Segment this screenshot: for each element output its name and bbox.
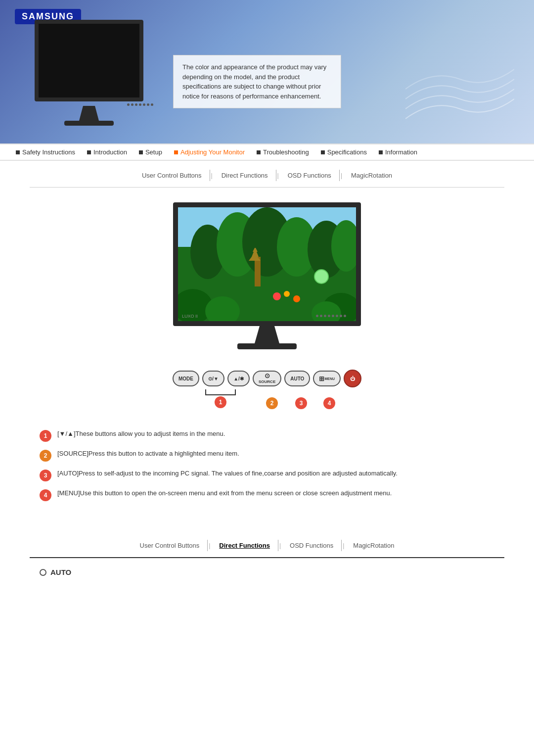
tab-direct-functions-top[interactable]: Direct Functions <box>214 170 276 181</box>
tab-magicrotation-bottom-label: MagicRotation <box>353 542 394 549</box>
indicator-2-group: 2 <box>256 389 288 409</box>
monitor-dot <box>139 103 141 106</box>
nav-bar: Safety Instructions Introduction Setup A… <box>0 143 534 161</box>
nav-bullet-specifications <box>321 150 325 154</box>
tab-separator-bottom-1: | <box>209 542 210 549</box>
tab-direct-functions-bottom[interactable]: Direct Functions <box>211 540 278 551</box>
monitor-label: LUXO II <box>182 314 198 319</box>
monitor-bottom-dots <box>316 315 346 317</box>
nav-label-adjusting: Adjusting Your Monitor <box>180 148 245 156</box>
nav-item-intro[interactable]: Introduction <box>81 148 133 156</box>
auto-button[interactable]: AUTO <box>284 371 310 386</box>
tab-user-control[interactable]: User Control Buttons <box>134 170 210 181</box>
menu-label: MENU <box>324 377 335 380</box>
big-monitor-screen: LUXO II <box>173 202 361 326</box>
tab-magicrotation-top-label: MagicRotation <box>351 172 392 179</box>
nav-bullet-troubleshooting <box>257 150 261 154</box>
desc-text-4: [MENU]Use this button to open the on-scr… <box>57 488 392 498</box>
monitor-screen <box>35 20 143 101</box>
auto-title: AUTO <box>40 568 494 576</box>
desc-item-3: 3 [AUTO]Press to self-adjust to the inco… <box>40 469 494 481</box>
nav-bullet-intro <box>87 150 91 154</box>
controls-area: MODE ⊙/▼ ▲/✱ ⊙ SOURCE AUTO ⊞ MENU ⏻ <box>173 365 361 414</box>
desc-num-3: 3 <box>40 470 51 481</box>
monitor-section: LUXO II MODE ⊙/▼ ▲/✱ <box>30 202 504 414</box>
monitor-dot <box>151 103 153 106</box>
bracket-1 <box>205 389 236 395</box>
desc-num-1: 1 <box>40 430 51 442</box>
big-monitor-base <box>237 343 297 349</box>
tab-magicrotation-top[interactable]: MagicRotation <box>343 170 400 181</box>
tab-direct-functions-bottom-label: Direct Functions <box>219 542 270 549</box>
auto-label: AUTO <box>50 568 71 576</box>
menu-button[interactable]: ⊞ MENU <box>313 371 341 386</box>
down-up-button[interactable]: ⊙/▼ <box>202 371 224 386</box>
menu-icon: ⊞ <box>319 375 324 382</box>
nav-bullet-adjusting <box>174 150 178 154</box>
num-3: 3 <box>295 397 307 409</box>
tab-separator-3: | <box>341 172 342 179</box>
tab-osd-functions-top-label: OSD Functions <box>288 172 331 179</box>
tab-separator-1: | <box>211 172 213 179</box>
desc-num-4: 4 <box>40 489 51 501</box>
desc-text-3: [AUTO]Press to self-adjust to the incomi… <box>57 469 398 478</box>
svg-point-19 <box>314 270 328 284</box>
tab-separator-bottom-3: | <box>343 542 344 549</box>
nav-bullet-information <box>379 150 383 154</box>
nav-item-setup[interactable]: Setup <box>133 148 168 156</box>
nav-item-specifications[interactable]: Specifications <box>315 148 373 156</box>
indicator-1-group: 1 <box>205 389 236 408</box>
nav-label-specifications: Specifications <box>327 148 367 156</box>
monitor-dots <box>127 103 153 106</box>
nav-bullet-safety <box>16 150 20 154</box>
control-buttons-row: MODE ⊙/▼ ▲/✱ ⊙ SOURCE AUTO ⊞ MENU ⏻ <box>173 370 361 387</box>
nav-item-troubleshooting[interactable]: Troubleshooting <box>251 148 315 156</box>
monitor-dot <box>127 103 130 106</box>
auto-icon <box>40 569 46 576</box>
svg-point-16 <box>273 292 281 300</box>
svg-point-17 <box>284 291 290 297</box>
nav-item-adjusting[interactable]: Adjusting Your Monitor <box>168 148 251 156</box>
desc-text-2: [SOURCE]Press this button to activate a … <box>57 449 239 459</box>
mode-button[interactable]: MODE <box>173 371 199 386</box>
desc-item-1: 1 [▼/▲]These buttons allow you to adjust… <box>40 429 494 442</box>
banner-disclaimer: The color and appearance of the product … <box>173 55 341 108</box>
main-content: LUXO II MODE ⊙/▼ ▲/✱ <box>0 188 534 521</box>
garden-scene <box>178 207 356 321</box>
source-label: SOURCE <box>259 380 275 384</box>
number-indicators: 1 2 3 4 <box>183 389 351 414</box>
svg-rect-8 <box>255 257 261 286</box>
tab-separator-2: | <box>277 172 279 179</box>
svg-point-18 <box>293 295 300 302</box>
indicator-3-group: 3 <box>285 389 317 409</box>
desc-item-4: 4 [MENU]Use this button to open the on-s… <box>40 488 494 501</box>
nav-bullet-setup <box>139 150 143 154</box>
description-list: 1 [▼/▲]These buttons allow you to adjust… <box>30 429 504 501</box>
num-4: 4 <box>323 397 335 409</box>
tab-user-control-bottom-label: User Control Buttons <box>140 542 200 549</box>
tab-osd-functions-bottom[interactable]: OSD Functions <box>282 540 342 551</box>
tab-user-control-bottom[interactable]: User Control Buttons <box>132 540 208 551</box>
tab-magicrotation-bottom[interactable]: MagicRotation <box>345 540 402 551</box>
source-button[interactable]: ⊙ SOURCE <box>253 371 281 386</box>
nav-label-intro: Introduction <box>93 148 127 156</box>
monitor-dot <box>143 103 145 106</box>
big-monitor-stand <box>255 326 279 343</box>
power-button[interactable]: ⏻ <box>344 370 361 387</box>
nav-item-safety[interactable]: Safety Instructions <box>10 148 81 156</box>
nav-label-setup: Setup <box>145 148 162 156</box>
nav-label-troubleshooting: Troubleshooting <box>263 148 309 156</box>
tab-nav-bottom: User Control Buttons | Direct Functions … <box>30 531 504 558</box>
tab-osd-functions-bottom-label: OSD Functions <box>290 542 333 549</box>
nav-item-information[interactable]: Information <box>373 148 423 156</box>
wave-decoration <box>405 40 514 129</box>
monitor-dot <box>135 103 137 106</box>
num-1: 1 <box>215 396 226 408</box>
auto-section: AUTO <box>0 558 534 586</box>
tab-osd-functions-top[interactable]: OSD Functions <box>280 170 340 181</box>
nav-label-safety: Safety Instructions <box>22 148 75 156</box>
desc-num-2: 2 <box>40 450 51 462</box>
desc-text-1: [▼/▲]These buttons allow you to adjust i… <box>57 429 225 439</box>
tab-nav-top: User Control Buttons | Direct Functions … <box>30 161 504 188</box>
up-asterisk-button[interactable]: ▲/✱ <box>227 371 250 386</box>
